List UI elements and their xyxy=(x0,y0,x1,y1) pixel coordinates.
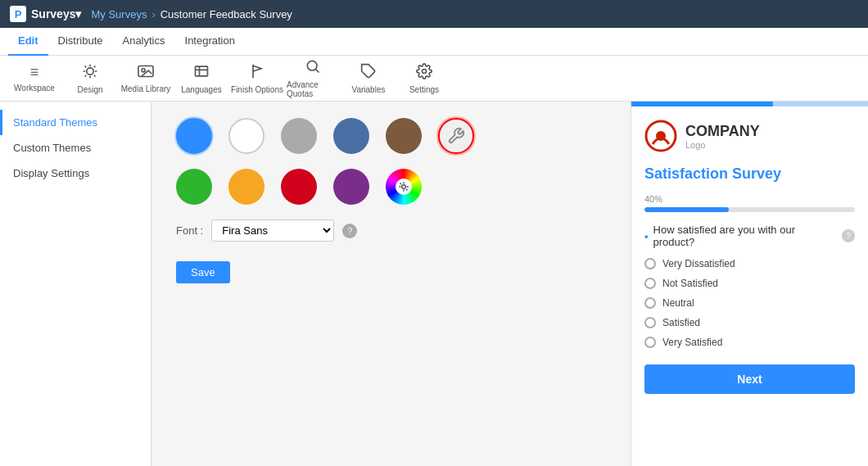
radio-circle-2 xyxy=(644,297,656,309)
color-white[interactable] xyxy=(228,118,264,154)
toolbar-quotas-label: Advance Quotas xyxy=(287,80,339,98)
toolbar-workspace[interactable]: ≡ Workspace xyxy=(8,58,61,99)
radio-option-0[interactable]: Very Dissatisfied xyxy=(644,258,855,269)
toolbar-quotas[interactable]: Advance Quotas xyxy=(287,58,339,99)
radio-option-1[interactable]: Not Satisfied xyxy=(644,278,855,289)
color-gray[interactable] xyxy=(281,118,317,154)
breadcrumb-my-surveys[interactable]: My Surveys xyxy=(91,8,147,20)
question-bullet: • xyxy=(644,230,649,242)
tab-distribute[interactable]: Distribute xyxy=(48,28,113,56)
color-green[interactable] xyxy=(176,169,212,205)
survey-title: Satisfaction Survey xyxy=(644,165,855,183)
finish-icon xyxy=(249,63,265,83)
radio-label-3: Satisfied xyxy=(662,317,700,328)
progress-bar-fill xyxy=(644,207,729,212)
company-logo-svg xyxy=(644,120,677,152)
next-button[interactable]: Next xyxy=(644,364,855,394)
sidebar-item-custom-themes[interactable]: Custom Themes xyxy=(0,135,151,161)
color-row-2 xyxy=(176,169,606,205)
toolbar-workspace-label: Workspace xyxy=(14,84,55,93)
radio-circle-3 xyxy=(644,317,656,328)
color-row-1 xyxy=(176,118,606,154)
tab-analytics[interactable]: Analytics xyxy=(112,28,174,56)
tab-bar: Edit Distribute Analytics Integration xyxy=(0,28,868,56)
font-label: Font : xyxy=(176,224,203,237)
color-rainbow[interactable] xyxy=(386,169,422,205)
toolbar-finish-label: Finish Options xyxy=(231,85,283,94)
toolbar-variables[interactable]: Variables xyxy=(342,58,395,99)
svg-line-14 xyxy=(406,189,408,191)
workspace-icon: ≡ xyxy=(30,64,39,81)
breadcrumb-sep: › xyxy=(151,8,155,20)
radio-label-0: Very Dissatisfied xyxy=(662,258,735,269)
company-sub: Logo xyxy=(685,140,760,150)
color-custom[interactable] xyxy=(438,118,474,154)
color-brown[interactable] xyxy=(386,118,422,154)
design-icon xyxy=(82,63,98,83)
breadcrumb-current: Customer Feedback Survey xyxy=(160,8,292,20)
radio-label-1: Not Satisfied xyxy=(662,278,718,289)
company-logo-area: COMPANY Logo xyxy=(644,120,855,152)
app-name: Surveys xyxy=(31,7,75,20)
radio-circle-1 xyxy=(644,278,656,289)
svg-point-6 xyxy=(307,61,317,70)
logo-icon: P xyxy=(10,6,26,22)
svg-point-0 xyxy=(87,67,93,74)
preview-content: COMPANY Logo Satisfaction Survey 40% • H… xyxy=(631,106,868,466)
svg-rect-3 xyxy=(196,66,208,76)
color-blue[interactable] xyxy=(176,118,212,154)
svg-point-2 xyxy=(142,68,145,71)
settings-icon xyxy=(416,63,432,83)
app-logo[interactable]: P Surveys ▾ xyxy=(10,6,81,22)
radio-option-4[interactable]: Very Satisfied xyxy=(644,337,855,348)
toolbar-languages[interactable]: Languages xyxy=(175,58,228,99)
tab-edit[interactable]: Edit xyxy=(8,28,48,56)
toolbar-settings[interactable]: Settings xyxy=(398,58,450,99)
sidebar: Standard Themes Custom Themes Display Se… xyxy=(0,102,151,466)
save-button[interactable]: Save xyxy=(176,261,230,283)
toolbar-design[interactable]: Design xyxy=(64,58,116,99)
svg-line-13 xyxy=(400,183,401,184)
font-select[interactable]: Fira Sans Arial Roboto Open Sans Lato xyxy=(211,219,334,242)
breadcrumb: My Surveys › Customer Feedback Survey xyxy=(91,8,292,20)
toolbar-media[interactable]: Media Library xyxy=(120,58,172,99)
app-dropdown-arrow[interactable]: ▾ xyxy=(75,7,81,20)
color-purple[interactable] xyxy=(333,169,369,205)
svg-point-9 xyxy=(423,69,427,73)
progress-bar-bg xyxy=(644,207,855,212)
toolbar: ≡ Workspace Design Media Library Languag… xyxy=(0,56,868,102)
preview-panel: COMPANY Logo Satisfaction Survey 40% • H… xyxy=(631,102,868,466)
sidebar-item-standard-themes[interactable]: Standard Themes xyxy=(0,110,151,135)
variables-icon xyxy=(360,63,377,83)
tab-integration[interactable]: Integration xyxy=(175,28,245,56)
top-bar: P Surveys ▾ My Surveys › Customer Feedba… xyxy=(0,0,868,28)
radio-circle-0 xyxy=(644,258,656,269)
question-text: • How satisfied are you with our product… xyxy=(644,224,855,248)
color-red[interactable] xyxy=(281,169,317,205)
svg-point-10 xyxy=(402,185,406,189)
radio-option-2[interactable]: Neutral xyxy=(644,297,855,309)
color-orange[interactable] xyxy=(228,169,264,205)
company-info: COMPANY Logo xyxy=(685,123,760,150)
toolbar-languages-label: Languages xyxy=(181,85,222,94)
toolbar-media-label: Media Library xyxy=(121,84,171,93)
toolbar-variables-label: Variables xyxy=(352,85,386,94)
sidebar-item-display-settings[interactable]: Display Settings xyxy=(0,161,151,186)
main-layout: Standard Themes Custom Themes Display Se… xyxy=(0,102,868,466)
progress-label: 40% xyxy=(644,194,855,204)
toolbar-settings-label: Settings xyxy=(409,85,439,94)
font-help-icon[interactable]: ? xyxy=(342,224,357,238)
toolbar-finish[interactable]: Finish Options xyxy=(231,58,283,99)
radio-option-3[interactable]: Satisfied xyxy=(644,317,855,328)
radio-label-4: Very Satisfied xyxy=(662,337,722,348)
toolbar-design-label: Design xyxy=(77,85,102,94)
color-darkblue[interactable] xyxy=(333,118,369,154)
content-area: Font : Fira Sans Arial Roboto Open Sans … xyxy=(151,102,631,466)
progress-bar-area: 40% xyxy=(644,194,855,212)
quotas-icon xyxy=(305,58,321,78)
company-name: COMPANY xyxy=(685,123,760,140)
question-help-icon[interactable]: ? xyxy=(842,229,855,242)
font-picker-row: Font : Fira Sans Arial Roboto Open Sans … xyxy=(176,219,606,242)
radio-circle-4 xyxy=(644,337,656,348)
svg-line-7 xyxy=(316,70,319,73)
